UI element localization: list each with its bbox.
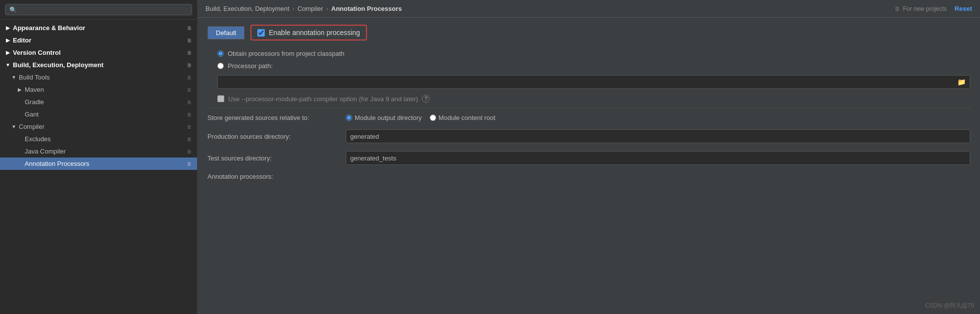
sidebar-item-label: Gradle	[25, 98, 44, 106]
sidebar-item-label: Java Compiler	[25, 148, 66, 155]
module-content-radio[interactable]	[430, 115, 436, 121]
annotation-processors-row: Annotation processors:	[207, 169, 970, 184]
sidebar-item-editor[interactable]: ▶ Editor 🗎	[0, 34, 197, 46]
copy-icon: 🗎	[187, 99, 192, 105]
copy-icon: 🗎	[187, 161, 192, 167]
tab-default[interactable]: Default	[207, 26, 245, 39]
module-output-radio[interactable]	[346, 115, 352, 121]
reset-button[interactable]: Reset	[955, 5, 972, 12]
sidebar-item-label: Gant	[25, 111, 39, 118]
sidebar-item-excludes[interactable]: ▶ Excludes 🗎	[0, 133, 197, 145]
use-module-path-checkbox[interactable]	[217, 95, 224, 102]
copy-icon: 🗎	[187, 38, 192, 43]
test-sources-row: Test sources directory:	[207, 147, 970, 169]
arrow-icon: ▼	[5, 62, 11, 68]
for-new-projects-icon: 🗎	[895, 5, 900, 12]
production-sources-label: Production sources directory:	[207, 133, 341, 140]
sidebar-item-label: Build, Execution, Deployment	[13, 61, 103, 69]
test-sources-input[interactable]	[346, 151, 970, 165]
breadcrumb-part1: Build, Execution, Deployment	[205, 5, 289, 12]
sidebar-item-annotation-processors[interactable]: ▶ Annotation Processors 🗎	[0, 157, 197, 170]
sidebar-item-label: Editor	[13, 37, 32, 44]
test-sources-label: Test sources directory:	[207, 155, 341, 162]
sidebar-item-java-compiler[interactable]: ▶ Java Compiler 🗎	[0, 145, 197, 157]
arrow-icon: ▼	[11, 75, 17, 80]
search-input[interactable]	[19, 6, 188, 13]
breadcrumb-part3: Annotation Processors	[331, 5, 402, 12]
copy-icon: 🗎	[187, 87, 192, 93]
content-area: Default Enable annotation processing Obt…	[198, 18, 980, 314]
main-content: Build, Execution, Deployment › Compiler …	[198, 0, 980, 314]
for-new-projects-label: For new projects	[903, 5, 947, 12]
sidebar-item-build-execution[interactable]: ▼ Build, Execution, Deployment 🗎	[0, 59, 197, 71]
sidebar-item-maven[interactable]: ▶ Maven 🗎	[0, 83, 197, 96]
copy-icon: 🗎	[187, 112, 192, 118]
copy-icon: 🗎	[187, 149, 192, 155]
sidebar-item-label: Appearance & Behavior	[13, 24, 85, 32]
sidebar-item-label: Build Tools	[19, 74, 50, 81]
module-path-row: Use --processor-module-path compiler opt…	[207, 92, 970, 106]
arrow-icon: ▶	[5, 25, 11, 31]
top-right: 🗎 For new projects Reset	[895, 5, 972, 12]
breadcrumb-sep2: ›	[326, 5, 328, 12]
sidebar-item-label: Compiler	[19, 123, 44, 130]
obtain-processors-label: Obtain processors from project classpath	[228, 50, 344, 57]
sidebar-item-label: Version Control	[13, 49, 61, 56]
folder-icon[interactable]: 📁	[957, 78, 966, 86]
copy-icon: 🗎	[187, 25, 192, 31]
divider1	[207, 108, 970, 108]
module-output-label: Module output directory	[355, 114, 422, 121]
copy-icon: 🗎	[187, 75, 192, 80]
processor-path-label: Processor path:	[228, 62, 273, 70]
sidebar-item-label: Excludes	[25, 135, 51, 143]
arrow-icon: ▶	[17, 87, 23, 92]
sidebar-item-label: Maven	[25, 86, 44, 93]
sidebar-item-gant[interactable]: ▶ Gant 🗎	[0, 108, 197, 120]
use-module-path-label: Use --processor-module-path compiler opt…	[228, 95, 418, 103]
watermark: CSDN @阿凡提79	[925, 302, 974, 310]
nav-tree: ▶ Appearance & Behavior 🗎 ▶ Editor 🗎 ▶ V…	[0, 20, 197, 314]
sidebar-item-label: Annotation Processors	[25, 160, 89, 167]
annotation-processors-label: Annotation processors:	[207, 173, 341, 180]
arrow-icon: ▶	[5, 38, 11, 43]
production-sources-input[interactable]	[346, 129, 970, 143]
search-bar: 🔍	[0, 0, 197, 20]
obtain-processors-row: Obtain processors from project classpath	[207, 47, 970, 60]
sidebar-item-gradle[interactable]: ▶ Gradle 🗎	[0, 96, 197, 108]
sidebar-item-compiler[interactable]: ▼ Compiler 🗎	[0, 120, 197, 133]
top-bar: Build, Execution, Deployment › Compiler …	[198, 0, 980, 18]
processor-path-input-wrap: 📁	[217, 75, 970, 89]
production-sources-row: Production sources directory:	[207, 125, 970, 147]
help-icon[interactable]: ?	[422, 95, 430, 103]
breadcrumb-part2: Compiler	[297, 5, 323, 12]
arrow-icon: ▶	[5, 50, 11, 55]
store-generated-label: Store generated sources relative to:	[207, 114, 341, 121]
arrow-icon: ▼	[11, 124, 17, 129]
obtain-processors-radio[interactable]	[217, 50, 224, 57]
enable-annotation-label: Enable annotation processing	[269, 29, 360, 37]
breadcrumb-sep1: ›	[292, 5, 294, 12]
search-icon: 🔍	[9, 6, 17, 13]
module-content-label: Module content root	[439, 114, 495, 121]
tabs-and-checkbox-row: Default Enable annotation processing	[207, 25, 970, 40]
module-content-option: Module content root	[430, 114, 495, 121]
copy-icon: 🗎	[187, 62, 192, 68]
sidebar: 🔍 ▶ Appearance & Behavior 🗎 ▶ Editor 🗎 ▶…	[0, 0, 198, 314]
store-generated-sources-row: Store generated sources relative to: Mod…	[207, 110, 970, 125]
copy-icon: 🗎	[187, 50, 192, 56]
search-input-wrap[interactable]: 🔍	[5, 4, 192, 15]
for-new-projects: 🗎 For new projects	[895, 5, 947, 12]
store-generated-radio-group: Module output directory Module content r…	[346, 114, 495, 121]
copy-icon: 🗎	[187, 124, 192, 130]
enable-annotation-checkbox[interactable]	[257, 29, 265, 37]
sidebar-item-build-tools[interactable]: ▼ Build Tools 🗎	[0, 71, 197, 83]
module-output-option: Module output directory	[346, 114, 422, 121]
processor-path-row: Processor path:	[207, 60, 970, 72]
sidebar-item-appearance[interactable]: ▶ Appearance & Behavior 🗎	[0, 22, 197, 34]
enable-annotation-highlight: Enable annotation processing	[250, 25, 367, 40]
processor-path-radio[interactable]	[217, 63, 224, 69]
copy-icon: 🗎	[187, 136, 192, 142]
sidebar-item-version-control[interactable]: ▶ Version Control 🗎	[0, 46, 197, 59]
breadcrumb: Build, Execution, Deployment › Compiler …	[205, 5, 402, 12]
